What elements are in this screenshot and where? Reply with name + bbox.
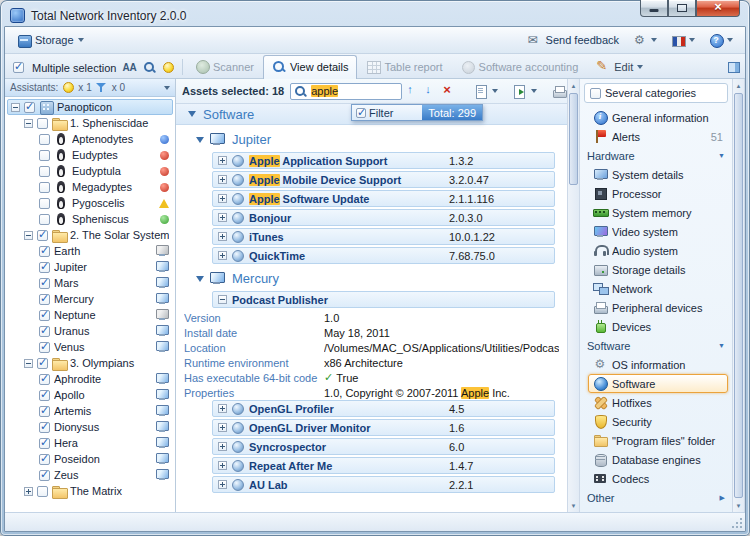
category-section-header[interactable]: Other bbox=[584, 488, 728, 507]
tree-checkbox[interactable] bbox=[39, 134, 50, 145]
expand-icon[interactable] bbox=[218, 404, 227, 413]
tab[interactable]: Software accounting bbox=[452, 55, 588, 78]
expand-icon[interactable] bbox=[218, 423, 227, 432]
search-input[interactable]: apple bbox=[290, 83, 402, 100]
tree-checkbox[interactable] bbox=[37, 118, 48, 129]
tree-checkbox[interactable] bbox=[37, 230, 48, 241]
category-item[interactable]: Codecs bbox=[588, 469, 728, 488]
tree-item[interactable]: Aptenodytes bbox=[7, 131, 173, 147]
multiple-selection-icon[interactable] bbox=[13, 62, 24, 73]
tree-item[interactable]: Neptune bbox=[7, 307, 173, 323]
scrollbar-thumb[interactable] bbox=[734, 93, 743, 498]
expand-icon[interactable] bbox=[218, 213, 227, 222]
category-item[interactable]: Software bbox=[588, 374, 728, 393]
tree-checkbox[interactable] bbox=[39, 166, 50, 177]
maximize-button[interactable] bbox=[668, 0, 696, 17]
category-item[interactable]: System memory bbox=[588, 203, 728, 222]
collapse-triangle-icon[interactable] bbox=[188, 111, 196, 117]
tree-checkbox[interactable] bbox=[39, 422, 50, 433]
tab[interactable]: Scanner bbox=[186, 55, 263, 78]
tree-checkbox[interactable] bbox=[39, 150, 50, 161]
scrollbar-thumb[interactable] bbox=[569, 93, 578, 185]
search-icon[interactable] bbox=[143, 61, 157, 74]
category-item[interactable]: "Program files" folder bbox=[588, 431, 728, 450]
main-scrollbar[interactable] bbox=[567, 79, 580, 512]
expand-icon[interactable] bbox=[218, 175, 227, 184]
tree-checkbox[interactable] bbox=[39, 326, 50, 337]
tree-item[interactable]: Poseidon bbox=[7, 451, 173, 467]
tree-item[interactable]: Mercury bbox=[7, 291, 173, 307]
tree-checkbox[interactable] bbox=[39, 214, 50, 225]
category-item[interactable]: Peripheral devices bbox=[588, 298, 728, 317]
tree-item[interactable]: Megadyptes bbox=[7, 179, 173, 195]
tree-checkbox[interactable] bbox=[39, 454, 50, 465]
filter-checkbox[interactable] bbox=[356, 108, 366, 118]
category-item[interactable]: OS information bbox=[588, 355, 728, 374]
tree-expander-icon[interactable] bbox=[24, 231, 33, 240]
software-row[interactable]: OpenGL Profiler 4.5 bbox=[212, 400, 555, 417]
several-categories-toggle[interactable]: Several categories bbox=[584, 83, 728, 103]
tree-expander-icon[interactable] bbox=[24, 359, 33, 368]
tree-checkbox[interactable] bbox=[39, 262, 50, 273]
tree-item[interactable]: Uranus bbox=[7, 323, 173, 339]
software-row[interactable]: OpenGL Driver Monitor 1.6 bbox=[212, 419, 555, 436]
export-menu-button[interactable] bbox=[507, 82, 543, 101]
tree-expander-icon[interactable] bbox=[11, 103, 20, 112]
clear-search-button[interactable] bbox=[441, 84, 456, 99]
category-item[interactable]: Network bbox=[588, 279, 728, 298]
tree-item[interactable]: Mars bbox=[7, 275, 173, 291]
category-item[interactable]: Database engines bbox=[588, 450, 728, 469]
tree-item[interactable]: Spheniscus bbox=[7, 211, 173, 227]
tree-checkbox[interactable] bbox=[39, 246, 50, 257]
tree-checkbox[interactable] bbox=[39, 438, 50, 449]
software-row[interactable]: Apple Application Support 1.3.2 bbox=[212, 152, 555, 169]
tree-checkbox[interactable] bbox=[39, 342, 50, 353]
category-item[interactable]: Devices bbox=[588, 317, 728, 336]
scroll-down-button[interactable] bbox=[568, 499, 579, 512]
tab[interactable]: View details bbox=[263, 55, 358, 79]
caret-down-icon[interactable] bbox=[164, 86, 170, 90]
tree-item[interactable]: Dionysus bbox=[7, 419, 173, 435]
tree-checkbox[interactable] bbox=[39, 390, 50, 401]
computer-group-header[interactable]: Jupiter bbox=[196, 132, 559, 147]
expand-icon[interactable] bbox=[218, 156, 227, 165]
software-row[interactable]: iTunes 10.0.1.22 bbox=[212, 228, 555, 245]
tree-checkbox[interactable] bbox=[39, 310, 50, 321]
tree-item[interactable]: Artemis bbox=[7, 403, 173, 419]
category-section-header[interactable]: Software bbox=[584, 336, 728, 355]
resize-grip[interactable] bbox=[731, 517, 743, 529]
find-previous-button[interactable] bbox=[405, 84, 420, 99]
collapse-triangle-icon[interactable] bbox=[196, 276, 204, 282]
tree-item[interactable]: Hera bbox=[7, 435, 173, 451]
expand-icon[interactable] bbox=[218, 232, 227, 241]
send-feedback-button[interactable]: Send feedback bbox=[522, 31, 625, 50]
scroll-up-button[interactable] bbox=[733, 79, 744, 92]
tree-item[interactable]: Zeus bbox=[7, 467, 173, 483]
storage-menu-button[interactable]: Storage bbox=[11, 31, 90, 50]
category-item[interactable]: Hotfixes bbox=[588, 393, 728, 412]
software-row[interactable]: Repeat After Me 1.4.7 bbox=[212, 457, 555, 474]
category-item[interactable]: Audio system bbox=[588, 241, 728, 260]
expand-icon[interactable] bbox=[218, 251, 227, 260]
software-row[interactable]: Apple Mobile Device Support 3.2.0.47 bbox=[212, 171, 555, 188]
toggle-panel-button[interactable] bbox=[723, 57, 743, 75]
find-next-button[interactable] bbox=[423, 84, 438, 99]
tree-checkbox[interactable] bbox=[37, 486, 48, 497]
several-categories-checkbox[interactable] bbox=[590, 88, 601, 99]
tab[interactable]: Edit bbox=[587, 55, 652, 78]
tree-item[interactable]: 1. Spheniscidae bbox=[7, 115, 173, 131]
software-row[interactable]: Syncrospector 6.0 bbox=[212, 438, 555, 455]
tree-item[interactable]: Jupiter bbox=[7, 259, 173, 275]
tree-item[interactable]: Venus bbox=[7, 339, 173, 355]
collapse-triangle-icon[interactable] bbox=[196, 137, 204, 143]
tree-checkbox[interactable] bbox=[39, 182, 50, 193]
category-section-header[interactable]: Hardware bbox=[584, 146, 728, 165]
collapse-icon[interactable] bbox=[218, 295, 227, 304]
help-menu-button[interactable] bbox=[703, 31, 739, 50]
tree-item[interactable]: Apollo bbox=[7, 387, 173, 403]
expand-icon[interactable] bbox=[218, 480, 227, 489]
report-menu-button[interactable] bbox=[468, 82, 504, 101]
category-item[interactable]: General information bbox=[588, 108, 728, 127]
tree-item[interactable]: Earth bbox=[7, 243, 173, 259]
tree-checkbox[interactable] bbox=[39, 198, 50, 209]
